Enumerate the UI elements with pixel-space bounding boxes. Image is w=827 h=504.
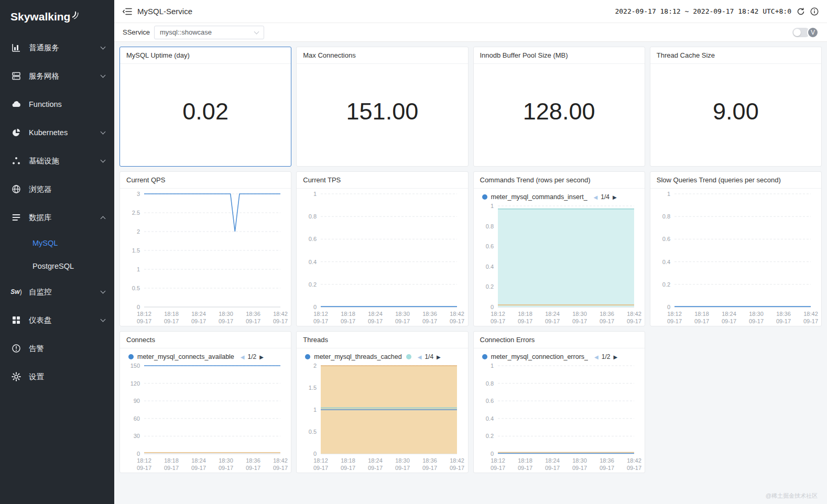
service-select[interactable]: mysql::showcase — [154, 26, 264, 39]
svg-text:09-17: 09-17 — [422, 318, 437, 324]
sidebar-item-browser[interactable]: 浏览器 — [0, 175, 114, 203]
svg-text:09-17: 09-17 — [422, 465, 437, 471]
legend-prev-icon[interactable]: ◀ — [594, 354, 599, 360]
version-badge[interactable]: V — [807, 27, 819, 38]
svg-text:0.2: 0.2 — [309, 281, 317, 288]
watermark: @稀土掘金技术社区 — [766, 492, 818, 500]
svg-text:0.6: 0.6 — [485, 243, 493, 249]
svg-text:18:12: 18:12 — [137, 457, 151, 464]
sidebar-item-label: 服务网格 — [29, 71, 101, 81]
legend-dot — [305, 354, 310, 359]
svg-text:1: 1 — [490, 363, 493, 369]
sidebar-item-settings[interactable]: 设置 — [0, 363, 114, 391]
legend-prev-icon[interactable]: ◀ — [241, 354, 245, 360]
svg-text:18:24: 18:24 — [545, 457, 560, 464]
outline-collapse-icon[interactable] — [123, 8, 132, 15]
card-title: Current QPS — [120, 172, 291, 189]
svg-text:09-17: 09-17 — [626, 318, 641, 324]
svg-text:18:36: 18:36 — [600, 311, 614, 317]
legend-next-icon[interactable]: ▶ — [613, 194, 617, 200]
svg-text:18:24: 18:24 — [191, 457, 206, 464]
dashboard-row: Current QPS 00.511.522.5318:1209-1718:18… — [119, 171, 822, 326]
refresh-icon[interactable] — [797, 7, 805, 16]
sidebar-item-label: 设置 — [29, 372, 105, 382]
legend-label[interactable]: meter_mysql_threads_cached — [314, 353, 401, 360]
svg-text:18:18: 18:18 — [341, 311, 355, 317]
svg-text:09-17: 09-17 — [694, 318, 709, 324]
svg-text:18:30: 18:30 — [219, 311, 233, 317]
top-header: MySQL-Service 2022-09-17 18:12 ~ 2022-09… — [114, 0, 827, 23]
sidebar-item-general-service[interactable]: 普通服务 — [0, 34, 114, 62]
logo-swoosh-icon — [71, 10, 79, 19]
metric-card-innodb-buffer-pool[interactable]: Innodb Buffer Pool Size (MB) 128.00 — [473, 47, 645, 167]
time-range-picker[interactable]: 2022-09-17 18:12 ~ 2022-09-17 18:42 UTC+… — [615, 7, 791, 15]
svg-text:0: 0 — [667, 304, 670, 310]
svg-text:18:18: 18:18 — [164, 457, 179, 464]
svg-text:18:30: 18:30 — [572, 457, 587, 464]
chart-card-connects: Connects meter_mysql_connects_available … — [119, 331, 291, 473]
chevron-down-icon — [101, 129, 106, 134]
chart-legend: meter_mysql_commands_insert_ ◀ 1/4 ▶ — [474, 189, 645, 201]
card-title: Commands Trend (rows per second) — [474, 172, 645, 189]
svg-text:18:24: 18:24 — [545, 311, 560, 317]
toggle-knob — [793, 29, 801, 36]
svg-text:0: 0 — [490, 451, 493, 457]
sidebar-item-functions[interactable]: Functions — [0, 90, 114, 118]
sidebar-item-alarm[interactable]: 告警 — [0, 334, 114, 363]
legend-label[interactable]: meter_mysql_connection_errors_ — [491, 353, 589, 360]
metric-value: 151.00 — [297, 64, 467, 166]
cloud-icon — [12, 100, 21, 109]
legend-label[interactable]: meter_mysql_commands_insert_ — [491, 193, 587, 201]
svg-text:0: 0 — [313, 304, 317, 310]
line-chart[interactable]: 00.20.40.60.8118:1209-1718:1809-1718:240… — [650, 189, 821, 326]
sidebar-item-service-mesh[interactable]: 服务网格 — [0, 62, 114, 90]
svg-text:18:36: 18:36 — [600, 457, 614, 464]
svg-text:09-17: 09-17 — [313, 318, 328, 324]
sidebar-item-infrastructure[interactable]: 基础设施 — [0, 147, 114, 175]
chevron-down-icon — [101, 44, 106, 49]
sidebar-item-mysql[interactable]: MySQL — [0, 232, 114, 255]
legend-label[interactable]: meter_mysql_connects_available — [137, 353, 234, 360]
card-title: Current TPS — [297, 172, 467, 189]
legend-prev-icon[interactable]: ◀ — [418, 354, 422, 360]
sidebar-item-database[interactable]: 数据库 — [0, 203, 114, 232]
svg-text:0: 0 — [313, 451, 317, 457]
service-toolbar: SService mysql::showcase V — [114, 23, 827, 42]
legend-prev-icon[interactable]: ◀ — [594, 194, 598, 200]
legend-dot — [406, 354, 411, 359]
chart-card-commands-trend: Commands Trend (rows per second) meter_m… — [473, 171, 645, 326]
area-chart[interactable]: 00.20.40.60.8118:1209-1718:1809-1718:240… — [474, 201, 645, 326]
metric-card-thread-cache-size[interactable]: Thread Cache Size 9.00 — [650, 47, 822, 167]
svg-text:18:18: 18:18 — [518, 311, 532, 317]
sidebar-item-postgresql[interactable]: PostgreSQL — [0, 255, 114, 278]
sidebar-item-dashboards[interactable]: 仪表盘 — [0, 306, 114, 334]
legend-next-icon[interactable]: ▶ — [437, 354, 441, 360]
legend-next-icon[interactable]: ▶ — [613, 354, 617, 360]
line-chart[interactable]: 00.511.522.5318:1209-1718:1809-1718:2409… — [120, 189, 291, 326]
nodes-icon — [12, 156, 21, 166]
svg-text:18:36: 18:36 — [422, 457, 437, 464]
card-title: Slow Queries Trend (queries per second) — [650, 172, 821, 189]
sidebar-item-label: 数据库 — [29, 213, 101, 223]
svg-text:18:30: 18:30 — [219, 457, 233, 464]
legend-next-icon[interactable]: ▶ — [259, 354, 264, 360]
line-chart[interactable]: 030609012015018:1209-1718:1809-1718:2409… — [120, 360, 291, 473]
info-icon[interactable] — [810, 7, 819, 16]
line-chart[interactable]: 00.20.40.60.8118:1209-1718:1809-1718:240… — [474, 360, 645, 473]
legend-pager: ◀ 1/4 ▶ — [594, 193, 617, 201]
line-chart[interactable]: 00.20.40.60.8118:1209-1718:1809-1718:240… — [297, 189, 467, 326]
svg-text:18:24: 18:24 — [368, 457, 383, 464]
sidebar-item-kubernetes[interactable]: Kubernetes — [0, 118, 114, 147]
svg-text:18:30: 18:30 — [749, 311, 764, 317]
metric-card-mysql-uptime[interactable]: MySQL Uptime (day) 0.02 — [119, 47, 291, 167]
area-chart[interactable]: 00.511.5218:1209-1718:1809-1718:2409-171… — [297, 360, 467, 473]
svg-text:0.2: 0.2 — [662, 281, 670, 288]
card-title: Connection Errors — [474, 332, 645, 348]
svg-text:1: 1 — [137, 266, 140, 272]
svg-text:09-17: 09-17 — [722, 318, 736, 324]
metric-card-max-connections[interactable]: Max Connections 151.00 — [296, 47, 468, 167]
chevron-down-icon — [101, 72, 106, 78]
logo-text: Skywalking — [10, 10, 70, 23]
sidebar-item-self-observability[interactable]: Sw) 自监控 — [0, 278, 114, 306]
sidebar-item-label: 普通服务 — [29, 43, 101, 53]
